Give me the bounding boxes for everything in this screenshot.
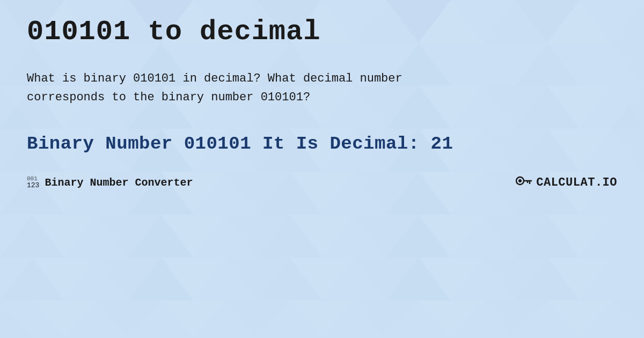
page-title: 010101 to decimal — [27, 16, 617, 48]
footer-left: 001 123 Binary Number Converter — [27, 175, 193, 189]
calculat-logo-text: CALCULAT.IO — [536, 176, 617, 189]
footer: 001 123 Binary Number Converter CALCULAT… — [27, 173, 617, 192]
footer-label: Binary Number Converter — [45, 177, 193, 189]
binary-icon: 001 123 — [27, 175, 39, 189]
footer-icon-top: 001 — [27, 175, 39, 182]
calculat-logo-icon — [516, 173, 533, 192]
description-text: What is binary 010101 in decimal? What d… — [27, 69, 510, 107]
footer-icon-bottom: 123 — [27, 182, 39, 189]
description-line1: What is binary 010101 in decimal? What d… — [27, 72, 402, 85]
result-text: Binary Number 010101 It Is Decimal: 21 — [27, 134, 617, 154]
description-line2: corresponds to the binary number 010101? — [27, 91, 310, 104]
footer-right: CALCULAT.IO — [516, 173, 617, 192]
svg-point-141 — [518, 179, 522, 182]
